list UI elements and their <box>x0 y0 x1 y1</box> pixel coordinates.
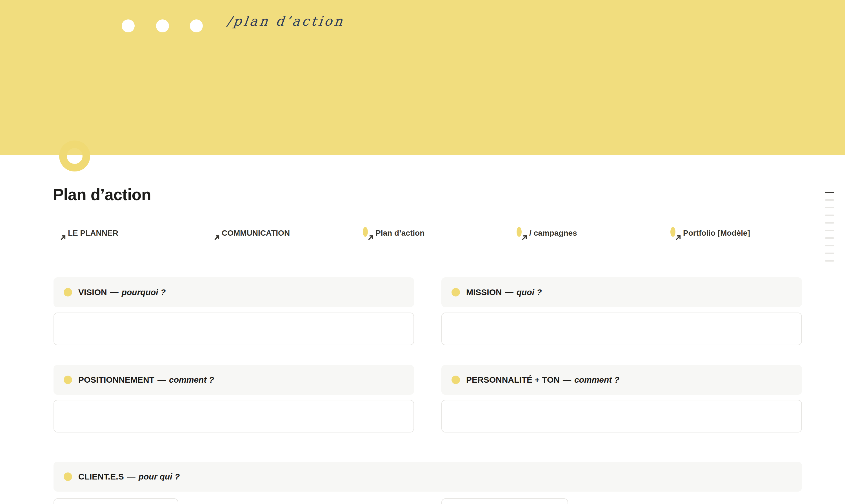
section-question: quoi ? <box>516 287 542 297</box>
page-title: Plan d’action <box>53 186 151 203</box>
yellow-bullet-icon <box>64 288 72 296</box>
yellow-bullet-icon <box>452 288 460 296</box>
beige-circle-page-icon <box>55 230 65 239</box>
yellow-bullet-icon <box>452 376 460 384</box>
persona-card-text: Une ⋯ d’⋯ ⋯ <box>65 503 172 504</box>
answer-row-2 <box>54 400 802 432</box>
persona-card[interactable]: Une ⋯ d’⋯ ⋯ <box>54 498 178 504</box>
callout-personnalite: PERSONNALITÉ + TON—comment ? <box>441 365 802 395</box>
toc-line[interactable] <box>825 215 834 216</box>
link-portfolio-modele[interactable]: Portfolio [Modèle] <box>670 229 824 239</box>
dash: — <box>563 375 571 384</box>
section-question: comment ? <box>169 375 214 384</box>
north-east-arrow-icon <box>213 234 221 241</box>
cover-handwriting-text: /plan d’action <box>226 14 345 29</box>
page-links-row: LE PLANNER COMMUNICATION Plan d’action <box>55 229 833 239</box>
callout-row-3: CLIENT.E.S—pour qui ? <box>54 462 802 492</box>
browser-dot-icon <box>122 19 135 32</box>
yellow-ring-page-icon <box>363 230 372 239</box>
toc-line[interactable] <box>825 230 834 231</box>
persona-card-text: Une ⋯ d’⋯ ⋯ <box>453 503 562 504</box>
section-title: VISION <box>78 287 107 297</box>
toc-line[interactable] <box>825 253 834 254</box>
yellow-bullet-icon <box>64 376 72 384</box>
page-ring-icon[interactable] <box>59 141 90 172</box>
persona-card[interactable]: Une ⋯ d’⋯ ⋯ <box>441 498 568 504</box>
yellow-ring-page-icon <box>670 230 680 239</box>
north-east-arrow-icon <box>521 234 528 241</box>
link-label: Portfolio [Modèle] <box>683 229 750 239</box>
toc-line[interactable] <box>825 260 834 262</box>
toc-line[interactable] <box>825 192 834 193</box>
section-title: PERSONNALITÉ + TON <box>466 375 560 384</box>
toc-line[interactable] <box>825 222 834 223</box>
north-east-arrow-icon <box>674 234 682 241</box>
answer-row-1 <box>54 312 802 345</box>
persona-cards-row: Une ⋯ d’⋯ ⋯ Une ⋯ d’⋯ ⋯ <box>54 498 802 504</box>
link-label: COMMUNICATION <box>222 229 290 239</box>
callout-vision: VISION—pourquoi ? <box>54 277 414 307</box>
table-of-contents-indicator <box>825 192 834 268</box>
section-question: comment ? <box>574 375 619 384</box>
dash: — <box>110 287 119 297</box>
section-title: MISSION <box>466 287 502 297</box>
callout-clients: CLIENT.E.S—pour qui ? <box>54 462 802 492</box>
browser-dot-icon <box>190 19 203 32</box>
toc-line[interactable] <box>825 207 834 208</box>
link-label: / campagnes <box>529 229 577 239</box>
link-plan-daction[interactable]: Plan d’action <box>363 229 516 239</box>
north-east-arrow-icon <box>59 234 67 241</box>
personnalite-answer-box[interactable] <box>441 400 802 432</box>
yellow-ring-page-icon <box>516 230 526 239</box>
dash: — <box>127 472 136 481</box>
link-label: Plan d’action <box>375 229 424 239</box>
callout-positionnement: POSITIONNEMENT—comment ? <box>54 365 414 395</box>
section-title: CLIENT.E.S <box>78 472 124 481</box>
callout-row-1: VISION—pourquoi ? MISSION—quoi ? <box>54 277 802 307</box>
link-communication[interactable]: COMMUNICATION <box>209 229 363 239</box>
callout-mission: MISSION—quoi ? <box>441 277 802 307</box>
link-campagnes[interactable]: / campagnes <box>516 229 670 239</box>
positionnement-answer-box[interactable] <box>54 400 414 432</box>
mission-answer-box[interactable] <box>441 312 802 345</box>
link-le-planner[interactable]: LE PLANNER <box>55 229 209 239</box>
dash: — <box>505 287 513 297</box>
toc-line[interactable] <box>825 199 834 201</box>
section-title: POSITIONNEMENT <box>78 375 154 384</box>
yellow-circle-page-icon <box>209 230 218 239</box>
north-east-arrow-icon <box>367 234 374 241</box>
link-label: LE PLANNER <box>68 229 118 239</box>
dash: — <box>157 375 166 384</box>
vision-answer-box[interactable] <box>54 312 414 345</box>
callout-row-2: POSITIONNEMENT—comment ? PERSONNALITÉ + … <box>54 365 802 395</box>
section-question: pourquoi ? <box>122 287 166 297</box>
yellow-bullet-icon <box>64 472 72 481</box>
browser-dot-icon <box>156 19 169 32</box>
toc-line[interactable] <box>825 245 834 246</box>
toc-line[interactable] <box>825 237 834 239</box>
cover-banner: /plan d’action <box>0 0 845 155</box>
section-question: pour qui ? <box>139 472 180 481</box>
